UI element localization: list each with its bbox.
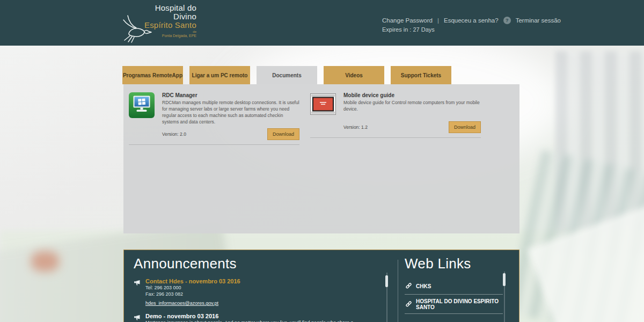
document-version: Version: 2.0	[162, 131, 186, 137]
document-card: Mobile device guide Mobile device guide …	[310, 92, 481, 145]
tab-ligar-pc-remoto[interactable]: Ligar a um PC remoto	[189, 66, 250, 84]
hospital-logo: Hospital do Divino Espírito Santo de Pon…	[122, 3, 208, 45]
web-links-scrollbar-thumb[interactable]	[503, 273, 506, 286]
change-password-link[interactable]: Change Password	[382, 17, 433, 24]
nav-separator: |	[437, 17, 439, 24]
header-user-nav: Change Password | Esqueceu a senha? ? Te…	[382, 17, 561, 33]
announcements-section: Announcements Contact Hdes - novembro 03…	[134, 255, 383, 322]
web-links-title: Web Links	[405, 255, 503, 272]
card-divider	[129, 144, 299, 145]
announcement-tel: Tel: 296 203 000	[145, 284, 240, 291]
document-title: Mobile device guide	[343, 92, 481, 98]
web-link-chks[interactable]: CHKS	[405, 277, 503, 295]
logo-text-line1: Hospital do Divino	[133, 4, 196, 21]
document-version: Version: 1.2	[343, 125, 368, 130]
tab-bar: Programas RemoteApp Ligar a um PC remoto…	[122, 66, 451, 84]
rdc-manager-icon	[129, 92, 155, 140]
footer-panel: Announcements Contact Hdes - novembro 03…	[123, 250, 519, 322]
download-button[interactable]: Download	[267, 128, 299, 140]
tab-videos[interactable]: Videos	[324, 66, 384, 84]
header: Hospital do Divino Espírito Santo de Pon…	[0, 0, 644, 46]
footer-section-divider	[398, 260, 398, 322]
announcements-title: Announcements	[134, 255, 383, 272]
announcement-title: Contact Hdes - novembro 03 2016	[145, 278, 240, 284]
tab-programas-remoteapp[interactable]: Programas RemoteApp	[122, 66, 183, 84]
logout-link[interactable]: Terminar sessão	[516, 17, 561, 24]
megaphone-icon	[134, 278, 141, 307]
link-icon	[406, 281, 412, 291]
announcement-item: Demo - novembro 03 2016 Mortgage insuran…	[134, 313, 383, 322]
web-links-section: Web Links CHKS	[405, 255, 503, 314]
web-link-label: HOSPITAL DO DIVINO ESPIRITO SANTO	[416, 298, 503, 310]
forgot-password-link[interactable]: Esqueceu a senha?	[444, 17, 499, 24]
logo-text-line2: Espírito Santo	[133, 21, 196, 30]
announcement-body: Mortgage insurance is about people. And …	[145, 319, 370, 322]
portal-page: Hospital do Divino Espírito Santo de Pon…	[0, 0, 644, 322]
mobile-device-guide-icon	[310, 92, 336, 133]
tab-documents[interactable]: Documents	[257, 66, 317, 84]
link-icon	[406, 299, 412, 309]
announcement-item: Contact Hdes - novembro 03 2016 Tel: 296…	[134, 278, 383, 307]
question-icon[interactable]: ?	[503, 17, 511, 24]
documents-panel: RDC Manager RDCMan manages multiple remo…	[123, 84, 519, 233]
web-link-label: CHKS	[416, 283, 431, 289]
document-description: RDCMan manages multiple remote desktop c…	[162, 100, 299, 126]
document-card: RDC Manager RDCMan manages multiple remo…	[129, 92, 299, 145]
web-link-hospital[interactable]: HOSPITAL DO DIVINO ESPIRITO SANTO	[405, 295, 503, 314]
download-button[interactable]: Download	[449, 121, 481, 133]
card-divider	[310, 137, 481, 138]
megaphone-icon	[134, 313, 141, 322]
announcement-fax: Fax: 296 203 082	[145, 291, 240, 297]
document-description: Mobile device guide for Control remote c…	[343, 100, 481, 113]
announcements-scrollbar-thumb[interactable]	[385, 275, 388, 287]
document-title: RDC Manager	[162, 92, 299, 98]
tab-support-tickets[interactable]: Support Tickets	[391, 66, 451, 84]
announcement-email-link[interactable]: hdes_informacoes@azores.gov.pt	[145, 301, 218, 306]
password-expiry-text: Expires in : 27 Days	[382, 26, 561, 33]
logo-text-line4: Ponta Delgada, EPE	[133, 34, 196, 38]
announcement-title: Demo - novembro 03 2016	[145, 313, 370, 319]
